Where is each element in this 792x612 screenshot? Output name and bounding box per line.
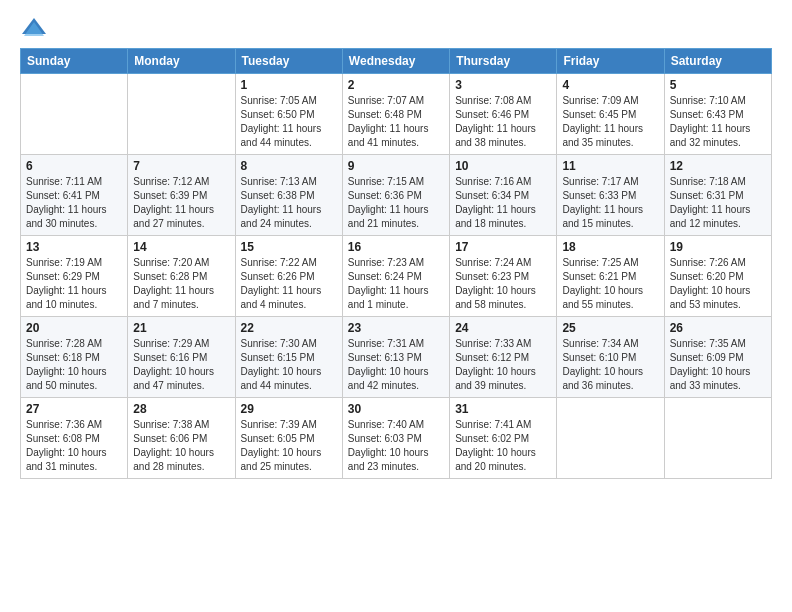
day-number: 28 <box>133 402 229 416</box>
day-cell: 20Sunrise: 7:28 AMSunset: 6:18 PMDayligh… <box>21 317 128 398</box>
day-cell <box>21 74 128 155</box>
day-cell: 3Sunrise: 7:08 AMSunset: 6:46 PMDaylight… <box>450 74 557 155</box>
day-info: Sunrise: 7:41 AMSunset: 6:02 PMDaylight:… <box>455 418 551 474</box>
header-row: SundayMondayTuesdayWednesdayThursdayFrid… <box>21 49 772 74</box>
day-number: 5 <box>670 78 766 92</box>
day-number: 11 <box>562 159 658 173</box>
day-cell: 1Sunrise: 7:05 AMSunset: 6:50 PMDaylight… <box>235 74 342 155</box>
day-cell: 9Sunrise: 7:15 AMSunset: 6:36 PMDaylight… <box>342 155 449 236</box>
day-number: 13 <box>26 240 122 254</box>
day-cell: 28Sunrise: 7:38 AMSunset: 6:06 PMDayligh… <box>128 398 235 479</box>
day-info: Sunrise: 7:22 AMSunset: 6:26 PMDaylight:… <box>241 256 337 312</box>
day-cell: 14Sunrise: 7:20 AMSunset: 6:28 PMDayligh… <box>128 236 235 317</box>
day-info: Sunrise: 7:19 AMSunset: 6:29 PMDaylight:… <box>26 256 122 312</box>
day-info: Sunrise: 7:26 AMSunset: 6:20 PMDaylight:… <box>670 256 766 312</box>
day-cell: 31Sunrise: 7:41 AMSunset: 6:02 PMDayligh… <box>450 398 557 479</box>
day-number: 29 <box>241 402 337 416</box>
week-row-5: 27Sunrise: 7:36 AMSunset: 6:08 PMDayligh… <box>21 398 772 479</box>
day-info: Sunrise: 7:31 AMSunset: 6:13 PMDaylight:… <box>348 337 444 393</box>
day-cell: 2Sunrise: 7:07 AMSunset: 6:48 PMDaylight… <box>342 74 449 155</box>
day-number: 15 <box>241 240 337 254</box>
day-number: 7 <box>133 159 229 173</box>
week-row-3: 13Sunrise: 7:19 AMSunset: 6:29 PMDayligh… <box>21 236 772 317</box>
day-cell <box>664 398 771 479</box>
day-cell: 29Sunrise: 7:39 AMSunset: 6:05 PMDayligh… <box>235 398 342 479</box>
day-info: Sunrise: 7:30 AMSunset: 6:15 PMDaylight:… <box>241 337 337 393</box>
day-number: 14 <box>133 240 229 254</box>
day-cell: 15Sunrise: 7:22 AMSunset: 6:26 PMDayligh… <box>235 236 342 317</box>
day-number: 10 <box>455 159 551 173</box>
day-cell: 5Sunrise: 7:10 AMSunset: 6:43 PMDaylight… <box>664 74 771 155</box>
day-cell: 16Sunrise: 7:23 AMSunset: 6:24 PMDayligh… <box>342 236 449 317</box>
column-header-tuesday: Tuesday <box>235 49 342 74</box>
logo-icon <box>20 16 48 38</box>
day-number: 1 <box>241 78 337 92</box>
day-number: 17 <box>455 240 551 254</box>
day-number: 9 <box>348 159 444 173</box>
day-number: 16 <box>348 240 444 254</box>
day-cell: 6Sunrise: 7:11 AMSunset: 6:41 PMDaylight… <box>21 155 128 236</box>
day-info: Sunrise: 7:33 AMSunset: 6:12 PMDaylight:… <box>455 337 551 393</box>
day-number: 24 <box>455 321 551 335</box>
day-info: Sunrise: 7:17 AMSunset: 6:33 PMDaylight:… <box>562 175 658 231</box>
day-number: 2 <box>348 78 444 92</box>
day-number: 20 <box>26 321 122 335</box>
day-info: Sunrise: 7:36 AMSunset: 6:08 PMDaylight:… <box>26 418 122 474</box>
day-info: Sunrise: 7:05 AMSunset: 6:50 PMDaylight:… <box>241 94 337 150</box>
day-cell: 8Sunrise: 7:13 AMSunset: 6:38 PMDaylight… <box>235 155 342 236</box>
day-cell <box>128 74 235 155</box>
day-info: Sunrise: 7:12 AMSunset: 6:39 PMDaylight:… <box>133 175 229 231</box>
calendar-table: SundayMondayTuesdayWednesdayThursdayFrid… <box>20 48 772 479</box>
day-cell: 24Sunrise: 7:33 AMSunset: 6:12 PMDayligh… <box>450 317 557 398</box>
week-row-4: 20Sunrise: 7:28 AMSunset: 6:18 PMDayligh… <box>21 317 772 398</box>
column-header-sunday: Sunday <box>21 49 128 74</box>
day-number: 30 <box>348 402 444 416</box>
day-info: Sunrise: 7:35 AMSunset: 6:09 PMDaylight:… <box>670 337 766 393</box>
day-cell: 19Sunrise: 7:26 AMSunset: 6:20 PMDayligh… <box>664 236 771 317</box>
day-cell: 13Sunrise: 7:19 AMSunset: 6:29 PMDayligh… <box>21 236 128 317</box>
day-number: 6 <box>26 159 122 173</box>
day-info: Sunrise: 7:10 AMSunset: 6:43 PMDaylight:… <box>670 94 766 150</box>
day-info: Sunrise: 7:07 AMSunset: 6:48 PMDaylight:… <box>348 94 444 150</box>
day-cell: 17Sunrise: 7:24 AMSunset: 6:23 PMDayligh… <box>450 236 557 317</box>
day-number: 18 <box>562 240 658 254</box>
day-number: 22 <box>241 321 337 335</box>
day-info: Sunrise: 7:40 AMSunset: 6:03 PMDaylight:… <box>348 418 444 474</box>
day-cell: 30Sunrise: 7:40 AMSunset: 6:03 PMDayligh… <box>342 398 449 479</box>
logo <box>20 16 52 38</box>
day-cell: 21Sunrise: 7:29 AMSunset: 6:16 PMDayligh… <box>128 317 235 398</box>
day-cell: 18Sunrise: 7:25 AMSunset: 6:21 PMDayligh… <box>557 236 664 317</box>
day-number: 4 <box>562 78 658 92</box>
day-number: 19 <box>670 240 766 254</box>
column-header-saturday: Saturday <box>664 49 771 74</box>
day-cell: 10Sunrise: 7:16 AMSunset: 6:34 PMDayligh… <box>450 155 557 236</box>
day-cell: 12Sunrise: 7:18 AMSunset: 6:31 PMDayligh… <box>664 155 771 236</box>
day-cell <box>557 398 664 479</box>
day-info: Sunrise: 7:29 AMSunset: 6:16 PMDaylight:… <box>133 337 229 393</box>
day-info: Sunrise: 7:18 AMSunset: 6:31 PMDaylight:… <box>670 175 766 231</box>
day-cell: 27Sunrise: 7:36 AMSunset: 6:08 PMDayligh… <box>21 398 128 479</box>
day-info: Sunrise: 7:28 AMSunset: 6:18 PMDaylight:… <box>26 337 122 393</box>
day-number: 26 <box>670 321 766 335</box>
day-number: 31 <box>455 402 551 416</box>
day-info: Sunrise: 7:16 AMSunset: 6:34 PMDaylight:… <box>455 175 551 231</box>
day-cell: 11Sunrise: 7:17 AMSunset: 6:33 PMDayligh… <box>557 155 664 236</box>
day-number: 25 <box>562 321 658 335</box>
day-info: Sunrise: 7:09 AMSunset: 6:45 PMDaylight:… <box>562 94 658 150</box>
day-cell: 7Sunrise: 7:12 AMSunset: 6:39 PMDaylight… <box>128 155 235 236</box>
day-info: Sunrise: 7:23 AMSunset: 6:24 PMDaylight:… <box>348 256 444 312</box>
day-number: 27 <box>26 402 122 416</box>
day-cell: 22Sunrise: 7:30 AMSunset: 6:15 PMDayligh… <box>235 317 342 398</box>
week-row-2: 6Sunrise: 7:11 AMSunset: 6:41 PMDaylight… <box>21 155 772 236</box>
day-cell: 4Sunrise: 7:09 AMSunset: 6:45 PMDaylight… <box>557 74 664 155</box>
day-info: Sunrise: 7:39 AMSunset: 6:05 PMDaylight:… <box>241 418 337 474</box>
day-number: 12 <box>670 159 766 173</box>
column-header-thursday: Thursday <box>450 49 557 74</box>
day-cell: 23Sunrise: 7:31 AMSunset: 6:13 PMDayligh… <box>342 317 449 398</box>
day-cell: 25Sunrise: 7:34 AMSunset: 6:10 PMDayligh… <box>557 317 664 398</box>
column-header-monday: Monday <box>128 49 235 74</box>
day-info: Sunrise: 7:25 AMSunset: 6:21 PMDaylight:… <box>562 256 658 312</box>
page-header <box>20 16 772 38</box>
day-info: Sunrise: 7:11 AMSunset: 6:41 PMDaylight:… <box>26 175 122 231</box>
week-row-1: 1Sunrise: 7:05 AMSunset: 6:50 PMDaylight… <box>21 74 772 155</box>
